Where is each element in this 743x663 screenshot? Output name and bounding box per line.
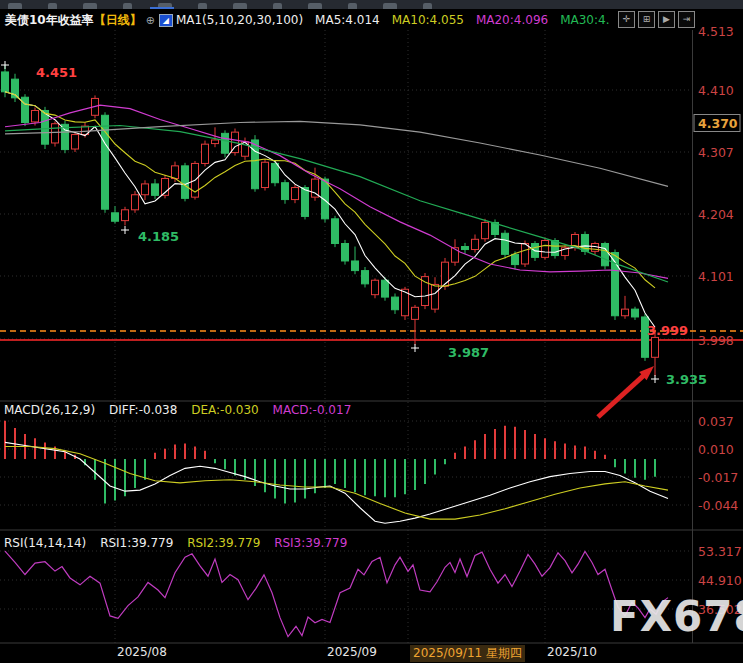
candle[interactable] [332, 219, 339, 244]
candle[interactable] [652, 337, 659, 357]
candle[interactable] [472, 239, 479, 249]
candle[interactable] [172, 166, 179, 179]
candle[interactable] [142, 184, 149, 195]
candle[interactable] [272, 163, 279, 182]
price-annotation: 3.999 [647, 323, 688, 338]
candle[interactable] [462, 247, 469, 250]
price-axis-label: 4.513 [698, 24, 734, 39]
candle[interactable] [2, 72, 9, 92]
candle[interactable] [302, 188, 309, 217]
macd-axis-label: -0.017 [698, 470, 738, 485]
candle[interactable] [352, 261, 359, 271]
price-axis-label: 4.307 [698, 145, 734, 160]
trend-arrow-shaft [598, 372, 647, 417]
macd-axis-label: 0.037 [698, 414, 734, 429]
candle[interactable] [392, 297, 399, 310]
price-axis-label: 3.998 [698, 333, 734, 348]
candle[interactable] [72, 135, 79, 149]
candle[interactable] [542, 241, 549, 258]
macd-axis-label: 0.010 [698, 442, 734, 457]
candle[interactable] [52, 124, 59, 143]
candle[interactable] [432, 284, 439, 309]
candle[interactable] [212, 140, 219, 144]
price-axis-label: 4.101 [698, 269, 734, 284]
rsi-axis-label: 53.317 [698, 544, 742, 559]
price-annotation: 4.185 [138, 229, 179, 244]
candle[interactable] [122, 210, 129, 221]
candle[interactable] [152, 184, 159, 195]
candle[interactable] [292, 188, 299, 200]
candle[interactable] [482, 222, 489, 238]
price-chart-canvas[interactable]: 4.5134.4104.3704.3074.2044.1013.9980.037… [0, 0, 743, 663]
candle[interactable] [182, 166, 189, 199]
candle[interactable] [522, 244, 529, 264]
candle[interactable] [222, 133, 229, 153]
rsi-axis-label: 44.910 [698, 573, 742, 588]
candle[interactable] [132, 195, 139, 210]
time-axis[interactable]: 2025/082025/092025/09/11 星期四2025/10 [0, 644, 743, 663]
candle[interactable] [282, 183, 289, 200]
candle[interactable] [502, 233, 509, 254]
chart-app-window: 美债10年收益率 【日线】 ⊕ ◢ MA1(5,10,20,30,100) MA… [0, 0, 743, 663]
selected-date-label: 2025/09/11 星期四 [410, 645, 525, 662]
price-annotation: 3.987 [448, 345, 489, 360]
macd-axis-label: -0.044 [698, 498, 738, 513]
time-axis-label: 2025/08 [117, 645, 167, 659]
candle[interactable] [32, 110, 39, 121]
crosshair-price-value: 4.370 [698, 116, 738, 131]
candle[interactable] [622, 309, 629, 316]
candle[interactable] [112, 213, 119, 221]
candle[interactable] [362, 271, 369, 284]
price-annotation: 3.935 [666, 372, 707, 387]
candle[interactable] [262, 162, 269, 187]
watermark: FX678 [610, 592, 743, 641]
price-annotation: 4.451 [36, 65, 77, 80]
candle[interactable] [202, 144, 209, 163]
price-axis-label: 4.410 [698, 83, 734, 98]
candle[interactable] [342, 244, 349, 261]
candle[interactable] [372, 280, 379, 294]
price-axis-label: 4.204 [698, 207, 734, 222]
candle[interactable] [22, 97, 29, 122]
time-axis-label: 2025/10 [547, 645, 597, 659]
candle[interactable] [602, 244, 609, 266]
candle[interactable] [512, 254, 519, 264]
candle[interactable] [412, 307, 419, 319]
candle[interactable] [382, 280, 389, 297]
rsi-line [5, 551, 668, 637]
candle[interactable] [632, 309, 639, 317]
time-axis-label: 2025/09 [327, 645, 377, 659]
